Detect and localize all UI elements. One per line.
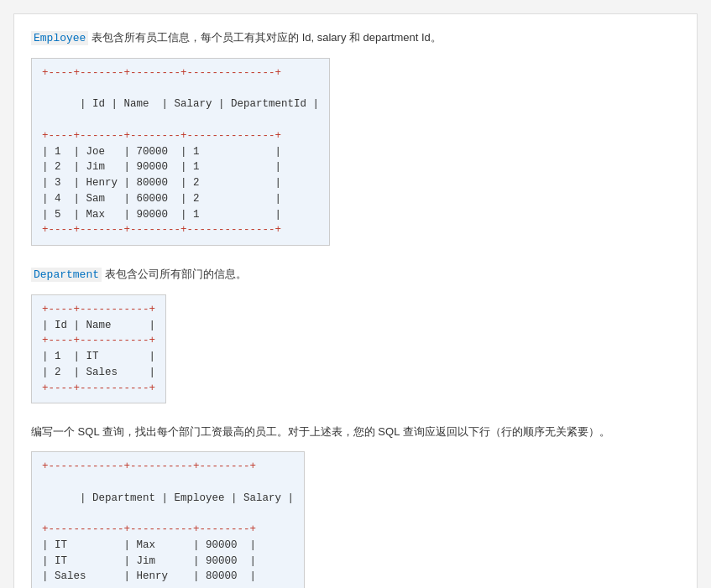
emp-header: | Id | Name | Salary | DepartmentId |: [42, 81, 319, 128]
intro2-text: Department 表包含公司所有部门的信息。: [31, 266, 680, 284]
res-header: | Department | Employee | Salary |: [42, 475, 294, 522]
keyword-department: Department: [31, 268, 102, 282]
dept-row-1: | 1 | IT |: [42, 349, 155, 365]
emp-row-4: | 4 | Sam | 60000 | 2 |: [42, 191, 319, 207]
dept-border3: +----+-----------+: [42, 381, 155, 397]
intro1-after: 表包含所有员工信息，每个员工有其对应的 Id, salary 和 departm…: [88, 31, 441, 44]
intro3-text: 编写一个 SQL 查询，找出每个部门工资最高的员工。对于上述表，您的 SQL 查…: [31, 424, 680, 441]
emp-border2: +----+-------+--------+--------------+: [42, 128, 319, 144]
res-border1: +------------+----------+--------+: [42, 459, 294, 475]
emp-border1: +----+-------+--------+--------------+: [42, 65, 319, 81]
res-border2: +------------+----------+--------+: [42, 522, 294, 538]
emp-row-1: | 1 | Joe | 70000 | 1 |: [42, 144, 319, 160]
res-row-1: | IT | Max | 90000 |: [42, 538, 294, 554]
emp-header-text: | Id | Name | Salary | DepartmentId |: [80, 98, 319, 110]
emp-row-2: | 2 | Jim | 90000 | 1 |: [42, 159, 319, 175]
keyword-employee: Employee: [31, 31, 88, 45]
dept-row-2: | 2 | Sales |: [42, 365, 155, 381]
dept-border1: +----+-----------+: [42, 302, 155, 318]
intro2-after: 表包含公司所有部门的信息。: [102, 268, 247, 280]
res-row-2: | IT | Jim | 90000 |: [42, 554, 294, 570]
res-border3: +------------+----------+--------+: [42, 585, 294, 588]
res-header-text: | Department | Employee | Salary |: [80, 492, 294, 504]
dept-border2: +----+-----------+: [42, 333, 155, 349]
intro1-text: Employee 表包含所有员工信息，每个员工有其对应的 Id, salary …: [31, 29, 680, 48]
dept-header: | Id | Name |: [42, 318, 155, 334]
res-row-3: | Sales | Henry | 80000 |: [42, 569, 294, 585]
emp-row-5: | 5 | Max | 90000 | 1 |: [42, 207, 319, 223]
employee-table: +----+-------+--------+--------------+ |…: [31, 58, 330, 246]
page-container: Employee 表包含所有员工信息，每个员工有其对应的 Id, salary …: [13, 13, 698, 588]
emp-border3: +----+-------+--------+--------------+: [42, 222, 319, 238]
emp-row-3: | 3 | Henry | 80000 | 2 |: [42, 175, 319, 191]
dept-table: +----+-----------+ | Id | Name | +----+-…: [31, 294, 166, 404]
result-table: +------------+----------+--------+ | Dep…: [31, 451, 305, 588]
